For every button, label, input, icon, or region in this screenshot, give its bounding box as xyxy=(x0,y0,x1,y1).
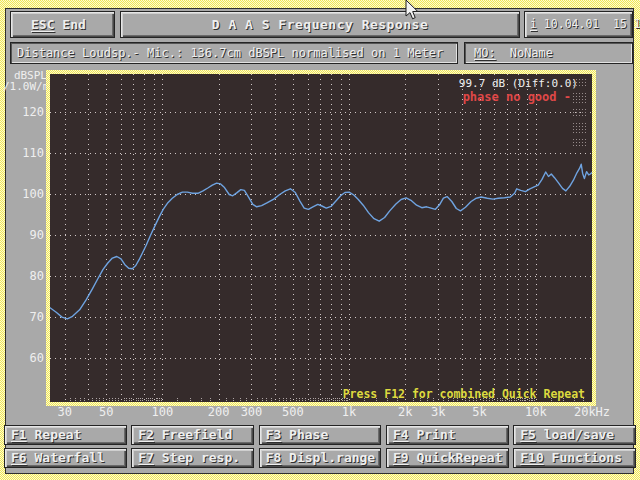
f1-button[interactable]: F1 Repeat xyxy=(4,425,127,445)
frequency-response-curve xyxy=(50,74,592,402)
datetime-label: 10.04.01 15 15 xyxy=(537,17,640,31)
esc-end-label: End xyxy=(54,17,85,32)
x-tick-label: 200 xyxy=(208,405,230,419)
x-tick-label: 30 xyxy=(58,405,72,419)
f7-button[interactable]: F7 Step resp. xyxy=(131,448,254,468)
phase-status-readout: phase no good - xyxy=(463,90,571,104)
fkey-action-label: load/save xyxy=(536,427,614,442)
fkey-label: F9 xyxy=(393,450,409,465)
f3-button[interactable]: F3 Phase xyxy=(259,425,382,445)
mouse-cursor xyxy=(405,0,420,22)
plot-frame: 99.7 dB (Diff:0.0) phase no good - Press… xyxy=(46,70,596,406)
y-tick-label: 70 xyxy=(14,310,44,324)
fkey-action-label: Freefield xyxy=(154,427,232,442)
level-readout: 99.7 dB (Diff:0.0) xyxy=(459,77,578,90)
f9-button[interactable]: F9 QuickRepeat xyxy=(386,448,509,468)
memory-name-panel[interactable]: MO:NoName xyxy=(464,42,633,64)
fkey-label: F7 xyxy=(138,450,154,465)
info-key-label: i xyxy=(530,17,537,31)
fkey-label: F2 xyxy=(138,427,154,442)
y-tick-label: 100 xyxy=(14,187,44,201)
fkey-label: F5 xyxy=(520,427,536,442)
f5-button[interactable]: F5 load/save xyxy=(513,425,636,445)
fkey-action-label: Step resp. xyxy=(154,450,240,465)
y-tick-label: 120 xyxy=(14,105,44,119)
x-tick-label: 1k xyxy=(342,405,356,419)
info-datetime-button[interactable]: i 10.04.01 15 15 xyxy=(524,11,633,38)
x-tick-label: 3k xyxy=(431,405,445,419)
plot-area: 99.7 dB (Diff:0.0) phase no good - Press… xyxy=(50,74,592,402)
fkey-label: F10 xyxy=(520,450,543,465)
y-tick-label: 80 xyxy=(14,269,44,283)
y-tick-label: 60 xyxy=(14,351,44,365)
x-tick-label: 5k xyxy=(472,405,486,419)
x-tick-label: 50 xyxy=(99,405,113,419)
f10-button[interactable]: F10 Functions xyxy=(513,448,636,468)
app-title-bar: D A A S Frequency Response xyxy=(120,11,520,38)
fkey-label: F8 xyxy=(266,450,282,465)
status-message: Distance Loudsp.- Mic.: 136.7cm dBSPL no… xyxy=(17,46,443,60)
fkey-action-label: QuickRepeat xyxy=(409,450,503,465)
x-tick-label: 300 xyxy=(241,405,263,419)
y-tick-label: 90 xyxy=(14,228,44,242)
function-key-row-2: F6 WaterfallF7 Step resp.F8 Displ.rangeF… xyxy=(4,448,636,468)
fkey-action-label: Displ.range xyxy=(281,450,375,465)
f8-button[interactable]: F8 Displ.range xyxy=(259,448,382,468)
fkey-action-label: Functions xyxy=(544,450,622,465)
fkey-action-label: Print xyxy=(409,427,456,442)
measurement-status-bar: Distance Loudsp.- Mic.: 136.7cm dBSPL no… xyxy=(10,42,458,64)
x-tick-label: 20kHz xyxy=(574,405,610,419)
y-tick-label: 110 xyxy=(14,146,44,160)
mo-key-label: MO: xyxy=(474,46,496,60)
x-tick-label: 500 xyxy=(282,405,304,419)
esc-key-label: ESC xyxy=(31,17,54,32)
fkey-label: F3 xyxy=(266,427,282,442)
mo-value: NoName xyxy=(510,46,553,60)
fkey-action-label: Waterfall xyxy=(27,450,105,465)
fkey-label: F4 xyxy=(393,427,409,442)
f6-button[interactable]: F6 Waterfall xyxy=(4,448,127,468)
quick-repeat-hint: Press F12 for combined Quick Repeat xyxy=(343,387,585,401)
x-tick-label: 100 xyxy=(152,405,174,419)
esc-end-button[interactable]: ESC End xyxy=(10,11,115,38)
fkey-label: F6 xyxy=(11,450,27,465)
f4-button[interactable]: F4 Print xyxy=(386,425,509,445)
fkey-action-label: Phase xyxy=(281,427,328,442)
fkey-action-label: Repeat xyxy=(27,427,82,442)
fkey-label: F1 xyxy=(11,427,27,442)
function-key-row-1: F1 RepeatF2 FreefieldF3 PhaseF4 PrintF5 … xyxy=(4,425,636,445)
x-tick-label: 10k xyxy=(525,405,547,419)
x-tick-label: 2k xyxy=(398,405,412,419)
f2-button[interactable]: F2 Freefield xyxy=(131,425,254,445)
app-title: D A A S Frequency Response xyxy=(212,17,429,32)
y-axis-unit-label: dBSPL/1.0W/m xyxy=(3,70,47,92)
